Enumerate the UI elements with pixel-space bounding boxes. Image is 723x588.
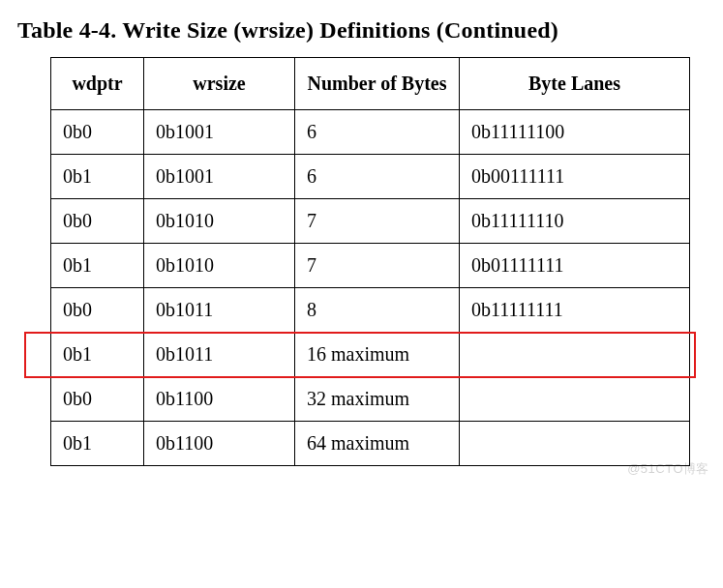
cell-nbytes: 6: [295, 155, 460, 199]
cell-nbytes: 6: [295, 110, 460, 155]
cell-wrsize: 0b1010: [144, 199, 295, 244]
cell-wrsize: 0b1100: [144, 377, 295, 422]
cell-wrsize: 0b1001: [144, 155, 295, 199]
cell-lanes: [460, 333, 690, 377]
cell-wdptr: 0b1: [51, 333, 144, 377]
cell-wrsize: 0b1011: [144, 288, 295, 333]
table-row: 0b0 0b1010 7 0b11111110: [51, 199, 690, 244]
cell-lanes: 0b11111111: [460, 288, 690, 333]
table-row: 0b0 0b1100 32 maximum: [51, 377, 690, 422]
col-lanes: Byte Lanes: [460, 58, 690, 110]
cell-wrsize: 0b1001: [144, 110, 295, 155]
cell-nbytes: 64 maximum: [295, 422, 460, 466]
cell-wdptr: 0b0: [51, 199, 144, 244]
cell-lanes: 0b11111100: [460, 110, 690, 155]
table-row: 0b0 0b1011 8 0b11111111: [51, 288, 690, 333]
table-row: 0b1 0b1001 6 0b00111111: [51, 155, 690, 199]
cell-wdptr: 0b0: [51, 377, 144, 422]
cell-wrsize: 0b1010: [144, 244, 295, 288]
table-title: Table 4-4. Write Size (wrsize) Definitio…: [17, 17, 706, 44]
col-nbytes: Number of Bytes: [295, 58, 460, 110]
cell-wdptr: 0b0: [51, 110, 144, 155]
cell-lanes: [460, 377, 690, 422]
cell-lanes: 0b11111110: [460, 199, 690, 244]
wrsize-table: wdptr wrsize Number of Bytes Byte Lanes …: [50, 57, 690, 466]
col-wrsize: wrsize: [144, 58, 295, 110]
cell-wdptr: 0b1: [51, 422, 144, 466]
cell-lanes: 0b01111111: [460, 244, 690, 288]
cell-nbytes: 16 maximum: [295, 333, 460, 377]
cell-wdptr: 0b0: [51, 288, 144, 333]
cell-nbytes: 7: [295, 199, 460, 244]
table-row: 0b0 0b1001 6 0b11111100: [51, 110, 690, 155]
table-container: wdptr wrsize Number of Bytes Byte Lanes …: [17, 57, 706, 466]
cell-lanes: 0b00111111: [460, 155, 690, 199]
cell-nbytes: 8: [295, 288, 460, 333]
cell-nbytes: 7: [295, 244, 460, 288]
table-row: 0b1 0b1010 7 0b01111111: [51, 244, 690, 288]
table-header-row: wdptr wrsize Number of Bytes Byte Lanes: [51, 58, 690, 110]
table-row: 0b1 0b1100 64 maximum: [51, 422, 690, 466]
table-row: 0b1 0b1011 16 maximum: [51, 333, 690, 377]
cell-lanes: [460, 422, 690, 466]
cell-wrsize: 0b1011: [144, 333, 295, 377]
watermark-text: @51CTO博客: [627, 460, 709, 478]
table-body: 0b0 0b1001 6 0b11111100 0b1 0b1001 6 0b0…: [51, 110, 690, 466]
cell-nbytes: 32 maximum: [295, 377, 460, 422]
cell-wdptr: 0b1: [51, 155, 144, 199]
cell-wdptr: 0b1: [51, 244, 144, 288]
col-wdptr: wdptr: [51, 58, 144, 110]
cell-wrsize: 0b1100: [144, 422, 295, 466]
